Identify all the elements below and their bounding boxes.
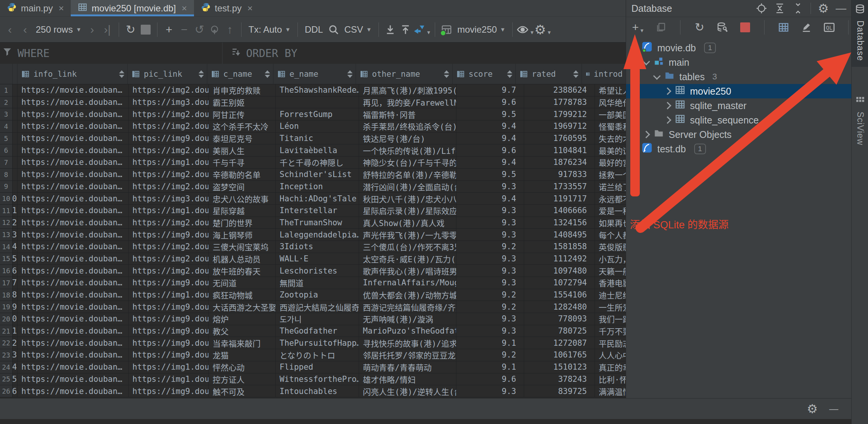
cell-rated[interactable]: 1072794 [524, 277, 595, 289]
export-data-icon[interactable] [383, 21, 398, 38]
clipped-num-cell[interactable]: 7 [13, 157, 17, 168]
cell-c_name[interactable]: 楚门的世界 [209, 217, 276, 229]
cell-other_name[interactable]: 歌声伴我心(港)/唱诗班男孩 [359, 265, 456, 277]
table-view-icon[interactable] [776, 19, 791, 36]
clipped-num-cell[interactable]: 3 [13, 108, 17, 120]
gear-icon[interactable]: ⚙ [807, 403, 818, 415]
cell-introduction[interactable]: 风华绝代 [595, 97, 626, 108]
cell-c_name[interactable]: 肖申克的救赎 [209, 84, 276, 96]
column-header-info_link[interactable]: info_link [17, 64, 128, 84]
cell-introduction[interactable]: 天籁一般的童声，是最接近上帝… [595, 265, 626, 277]
clipped-num-cell[interactable]: 18 [13, 289, 17, 301]
cell-info_link[interactable]: https://movie.douban… [17, 229, 129, 240]
cell-info_link[interactable]: https://movie.douban… [17, 217, 129, 229]
cell-score[interactable]: 9.6 [456, 373, 524, 385]
cell-introduction[interactable]: 失去的才是永恒的 [595, 133, 626, 144]
sort-toggle-icon[interactable] [571, 70, 579, 78]
cell-c_name[interactable]: 辛德勒的名单 [209, 169, 276, 180]
tree-item-movie250[interactable]: movie250 [626, 84, 852, 98]
row-number[interactable]: 11 [0, 205, 13, 217]
cell-score[interactable]: 9.2 [456, 241, 524, 253]
clipped-num-cell[interactable]: 5 [13, 133, 17, 144]
compare-icon[interactable]: ▼ [413, 21, 431, 38]
row-number[interactable]: 10 [0, 193, 13, 204]
row-number[interactable]: 21 [0, 325, 13, 337]
search-icon[interactable] [326, 21, 341, 38]
cell-info_link[interactable]: https://movie.douban… [17, 349, 129, 361]
cell-e_name[interactable] [276, 97, 359, 108]
tool-window-tab-sciview[interactable]: SciView [852, 92, 868, 151]
cell-pic_link[interactable]: https://img1.dou… [129, 157, 209, 168]
delete-row-button[interactable]: − [176, 21, 192, 38]
cell-c_name[interactable]: 控方证人 [209, 373, 276, 385]
row-number[interactable]: 8 [0, 169, 13, 180]
chevron-down-icon[interactable] [653, 72, 661, 80]
cell-introduction[interactable]: 我们一路奋战不是为了改变世界… [595, 313, 626, 325]
cell-info_link[interactable]: https://movie.douban… [17, 120, 129, 132]
row-number[interactable]: 26 [0, 385, 13, 397]
clipped-num-cell[interactable]: 20 [13, 313, 17, 325]
cell-e_name[interactable]: Flipped [276, 361, 359, 373]
cell-rated[interactable]: 1282480 [524, 301, 595, 313]
clipped-num-cell[interactable]: 25 [13, 373, 17, 385]
cell-info_link[interactable]: https://movie.douban… [17, 193, 129, 204]
tree-item-sqlite-master[interactable]: sqlite_master [626, 98, 852, 113]
cell-e_name[interactable]: Zootopia [276, 289, 359, 301]
cell-introduction[interactable]: 迪士尼给我们营造的乌托邦就是… [595, 289, 626, 301]
chevron-down-icon[interactable] [630, 43, 638, 51]
cell-score[interactable]: 9.5 [456, 108, 524, 120]
cell-pic_link[interactable]: https://img2.dou… [129, 108, 209, 120]
clipped-num-cell[interactable]: 17 [13, 277, 17, 289]
cell-introduction[interactable]: 平民励志片 [595, 337, 626, 349]
cell-score[interactable]: 9.1 [456, 361, 524, 373]
cell-c_name[interactable]: 无间道 [209, 277, 276, 289]
cell-pic_link[interactable]: https://img1.dou… [129, 289, 209, 301]
cell-introduction[interactable]: 千万不要记恨你的对手，这样会… [595, 325, 626, 337]
gear-icon[interactable]: ⚙ [818, 2, 829, 14]
next-page-button[interactable]: › [84, 21, 100, 38]
cell-pic_link[interactable]: https://img2.dou… [129, 84, 209, 96]
cell-rated[interactable]: 1799212 [524, 108, 595, 120]
column-header-rated[interactable]: rated [516, 64, 582, 84]
cell-introduction[interactable]: 英俊版憨豆，高情商版谢耳朵 [595, 241, 626, 253]
cell-e_name[interactable]: Leschoristes [276, 265, 359, 277]
cell-c_name[interactable]: 当幸福来敲门 [209, 337, 276, 349]
cell-e_name[interactable]: TheTrumanShow [276, 217, 359, 229]
sort-toggle-icon[interactable] [117, 70, 124, 78]
where-filter-input[interactable]: WHERE [0, 43, 223, 64]
cell-other_name[interactable]: 邻居托托罗/邻家的豆豆龙 [359, 349, 456, 361]
column-header-other_name[interactable]: other_name [356, 64, 453, 84]
cell-rated[interactable]: 839725 [524, 385, 595, 397]
cell-info_link[interactable]: https://movie.douban… [17, 253, 129, 265]
cell-other_name[interactable]: 铁达尼号(港/台) [359, 133, 456, 144]
add-row-button[interactable]: + [161, 21, 176, 38]
cell-score[interactable]: 9.4 [456, 120, 524, 132]
cell-rated[interactable]: 1876234 [524, 157, 595, 168]
cell-other_name[interactable]: 优兽大都会(港)/动物方城市(台 [359, 289, 456, 301]
cell-score[interactable]: 9.3 [456, 253, 524, 265]
row-number[interactable]: 12 [0, 217, 13, 229]
cell-pic_link[interactable]: https://img2.dou… [129, 120, 209, 132]
cell-other_name[interactable]: 秋田犬八千(港)/忠犬小八(台) [359, 193, 456, 204]
refresh-icon[interactable]: ↻ [692, 19, 707, 36]
cell-other_name[interactable]: 月黑高飞(港)/刺激1995(台) [359, 84, 456, 96]
cell-score[interactable]: 9.3 [456, 217, 524, 229]
clipped-num-cell[interactable]: 2 [13, 97, 17, 108]
cell-introduction[interactable]: 一生所爱 [595, 301, 626, 313]
cell-c_name[interactable]: 放牛班的春天 [209, 265, 276, 277]
clipped-num-cell[interactable]: 6 [13, 144, 17, 156]
chevron-right-icon[interactable] [664, 87, 671, 95]
cell-score[interactable]: 9.3 [456, 265, 524, 277]
row-number[interactable]: 3 [0, 108, 13, 120]
clipped-num-cell[interactable]: 1 [13, 84, 17, 96]
cell-pic_link[interactable]: https://img2.dou… [129, 253, 209, 265]
collapse-all-icon[interactable] [792, 3, 804, 14]
cell-score[interactable]: 9.2 [456, 349, 524, 361]
cell-score[interactable]: 9.7 [456, 84, 524, 96]
row-number[interactable]: 5 [0, 133, 13, 144]
cell-other_name[interactable]: 真人Show(港)/真人戏 [359, 217, 456, 229]
close-icon[interactable]: × [247, 4, 253, 13]
cell-pic_link[interactable]: https://img2.dou… [129, 144, 209, 156]
cell-c_name[interactable]: 忠犬八公的故事 [209, 193, 276, 204]
tree-item-sqlite-sequence[interactable]: sqlite_sequence [626, 113, 852, 127]
